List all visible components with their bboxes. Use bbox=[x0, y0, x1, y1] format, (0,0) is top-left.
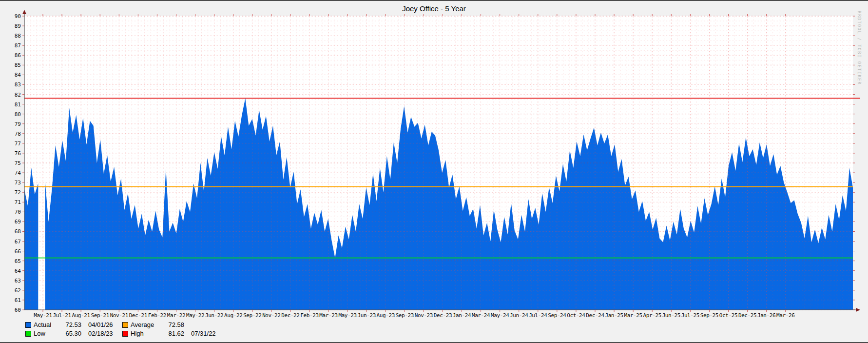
high-label: High bbox=[131, 330, 160, 337]
actual-value: 72.53 bbox=[59, 321, 81, 328]
x-tick-label: Jun-23 bbox=[358, 312, 376, 319]
y-tick-label: 88 bbox=[15, 33, 21, 39]
y-tick-label: 87 bbox=[15, 42, 21, 49]
y-tick-label: 73 bbox=[15, 180, 21, 186]
y-tick-label: 60 bbox=[15, 307, 21, 313]
y-tick-label: 65 bbox=[15, 258, 21, 264]
y-tick-label: 71 bbox=[15, 199, 21, 205]
y-tick-label: 62 bbox=[15, 287, 21, 294]
y-tick-label: 89 bbox=[15, 23, 21, 29]
chart-canvas: 6061626364656667686970717273747576777879… bbox=[0, 0, 868, 343]
x-tick-label: Apr-25 bbox=[643, 312, 661, 319]
x-tick-label: Nov-23 bbox=[415, 312, 433, 319]
x-tick-label: Jun-24 bbox=[510, 312, 528, 319]
y-tick-label: 86 bbox=[15, 52, 21, 59]
y-tick-label: 81 bbox=[15, 101, 21, 108]
x-tick-label: Oct-25 bbox=[719, 312, 737, 319]
y-tick-label: 70 bbox=[15, 209, 21, 215]
x-tick-label: Jul-21 bbox=[53, 312, 71, 319]
y-tick-label: 85 bbox=[15, 62, 21, 68]
y-tick-label: 67 bbox=[15, 239, 21, 245]
x-tick-label: Sep-22 bbox=[243, 312, 261, 319]
x-tick-label: Jun-25 bbox=[662, 312, 680, 319]
y-tick-label: 63 bbox=[15, 278, 21, 284]
x-tick-label: Jan-25 bbox=[605, 312, 623, 319]
actual-label: Actual bbox=[34, 321, 57, 328]
x-tick-label: Aug-23 bbox=[377, 312, 395, 319]
x-tick-label: Sep-21 bbox=[91, 312, 109, 319]
y-tick-label: 79 bbox=[15, 121, 21, 127]
x-tick-label: Nov-22 bbox=[262, 312, 280, 319]
x-tick-label: Mar-22 bbox=[167, 312, 185, 319]
y-axis-arrow bbox=[22, 10, 26, 14]
x-tick-label: Jan-26 bbox=[757, 312, 775, 319]
high-date: 07/31/22 bbox=[186, 330, 218, 337]
x-tick-label: May-22 bbox=[186, 312, 204, 319]
low-date: 02/18/23 bbox=[83, 330, 120, 337]
x-tick-label: Dec-21 bbox=[129, 312, 147, 319]
x-tick-label: Feb-23 bbox=[300, 312, 318, 319]
x-tick-label: Jul-24 bbox=[529, 312, 547, 319]
chart-legend: Actual 72.53 04/01/26 Average 72.58 Low … bbox=[25, 321, 218, 337]
rrdtool-watermark: RRDTOOL / TOBI OETIKER bbox=[857, 11, 862, 85]
x-tick-label: Mar-25 bbox=[624, 312, 642, 319]
average-swatch bbox=[122, 322, 128, 328]
x-tick-label: Dec-22 bbox=[281, 312, 299, 319]
x-axis-arrow bbox=[856, 308, 860, 312]
y-tick-label: 83 bbox=[15, 81, 21, 88]
y-tick-label: 84 bbox=[15, 72, 21, 78]
y-tick-label: 68 bbox=[15, 228, 21, 235]
y-tick-label: 77 bbox=[15, 141, 21, 147]
x-tick-label: Aug-22 bbox=[224, 312, 242, 319]
low-label: Low bbox=[34, 330, 57, 337]
average-value: 72.58 bbox=[162, 321, 184, 328]
x-tick-label: May-23 bbox=[338, 312, 356, 319]
y-tick-label: 64 bbox=[15, 268, 21, 274]
y-tick-label: 82 bbox=[15, 92, 21, 98]
x-tick-label: Nov-21 bbox=[110, 312, 128, 319]
y-tick-label: 76 bbox=[15, 150, 21, 157]
x-tick-label: Mar-23 bbox=[319, 312, 337, 319]
low-swatch bbox=[25, 331, 31, 337]
y-tick-label: 74 bbox=[15, 170, 21, 176]
x-tick-label: Sep-25 bbox=[700, 312, 718, 319]
x-tick-label: Mar-26 bbox=[776, 312, 794, 319]
x-tick-label: Jan-24 bbox=[453, 312, 471, 319]
x-tick-label: Sep-24 bbox=[548, 312, 566, 319]
actual-swatch bbox=[25, 322, 31, 328]
y-tick-label: 72 bbox=[15, 189, 21, 196]
x-tick-label: Sep-23 bbox=[396, 312, 414, 319]
y-tick-label: 80 bbox=[15, 111, 21, 118]
y-tick-label: 78 bbox=[15, 131, 21, 137]
x-tick-label: Jul-25 bbox=[681, 312, 699, 319]
high-value: 81.62 bbox=[162, 330, 184, 337]
x-tick-label: Feb-22 bbox=[148, 312, 166, 319]
x-tick-label: Aug-21 bbox=[72, 312, 90, 319]
graph-image: Joey Office - 5 Year 6061626364656667686… bbox=[0, 0, 868, 343]
y-tick-label: 69 bbox=[15, 219, 21, 225]
x-tick-label: Dec-24 bbox=[586, 312, 604, 319]
x-tick-label: Jun-22 bbox=[205, 312, 223, 319]
x-tick-label: Oct-24 bbox=[567, 312, 585, 319]
x-tick-label: Mar-24 bbox=[472, 312, 490, 319]
y-tick-label: 90 bbox=[15, 13, 21, 20]
y-tick-label: 61 bbox=[15, 297, 21, 303]
high-swatch bbox=[122, 331, 128, 337]
y-tick-label: 66 bbox=[15, 248, 21, 255]
x-tick-label: May-24 bbox=[491, 312, 509, 319]
low-value: 65.30 bbox=[59, 330, 81, 337]
x-tick-label: Dec-25 bbox=[738, 312, 756, 319]
average-label: Average bbox=[131, 321, 160, 328]
x-tick-label: Dec-23 bbox=[434, 312, 452, 319]
y-tick-label: 75 bbox=[15, 160, 21, 166]
x-tick-label: May-21 bbox=[34, 312, 52, 319]
actual-date: 04/01/26 bbox=[83, 321, 120, 328]
